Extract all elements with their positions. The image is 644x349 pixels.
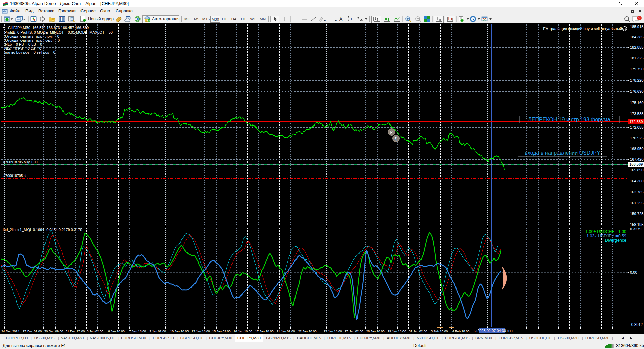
svg-text:1.03÷ USDJPY =0.59: 1.03÷ USDJPY =0.59	[586, 234, 626, 238]
svg-text:1.00÷ USDCHF =1.00: 1.00÷ USDCHF =1.00	[585, 229, 626, 234]
svg-text:4 Feb 18:00: 4 Feb 18:00	[452, 329, 470, 333]
svg-text:3 Feb 10:00: 3 Feb 10:00	[431, 329, 448, 333]
svg-text:22 Jan 10:00: 22 Jan 10:00	[298, 329, 317, 333]
svg-text:172.539: 172.539	[629, 120, 643, 124]
svg-text:165.890: 165.890	[630, 168, 643, 172]
svg-text:T: T	[350, 17, 352, 21]
svg-text:3 Jan 02:00: 3 Jan 02:00	[87, 329, 103, 333]
svg-text:10 Jan 10:00: 10 Jan 10:00	[170, 329, 189, 333]
svg-text:173.585: 173.585	[630, 112, 643, 116]
svg-text:168.950: 168.950	[630, 147, 643, 151]
svg-text:161.255: 161.255	[630, 201, 643, 205]
svg-text:21 Jan 02:00: 21 Jan 02:00	[277, 329, 295, 333]
svg-text:0.00: 0.00	[630, 270, 637, 275]
svg-text:172.055: 172.055	[630, 125, 643, 129]
svg-text:170.525: 170.525	[630, 136, 643, 140]
svg-text:#700918705 sl: #700918705 sl	[3, 173, 26, 178]
svg-text:17 Jan 18:00: 17 Jan 18:00	[255, 329, 274, 333]
svg-text:24 Dec 2024: 24 Dec 2024	[1, 329, 19, 333]
svg-text:29 Jan 18:00: 29 Jan 18:00	[388, 329, 406, 333]
svg-text:-0.3912: -0.3912	[630, 322, 643, 327]
svg-text:Divergence: Divergence	[605, 238, 626, 243]
svg-text:31 Dec 17:00: 31 Dec 17:00	[66, 329, 85, 333]
svg-text:179.750: 179.750	[630, 67, 643, 71]
svg-text:28 Jan 10:00: 28 Jan 10:00	[366, 329, 385, 333]
svg-text:181.325: 181.325	[630, 56, 643, 60]
svg-text:F: F	[335, 19, 337, 22]
svg-text:Отсюда_считать_трал_селл = 0: Отсюда_считать_трал_селл = 0	[5, 38, 60, 42]
svg-text:ЕА тральщик позиций buy и sell: ЕА тральщик позиций buy и sell актуальны…	[543, 27, 622, 31]
svg-text:166.569: 166.569	[629, 162, 643, 166]
svg-text:184.385: 184.385	[630, 35, 643, 39]
svg-text:2025.02.07 04:30: 2025.02.07 04:30	[477, 329, 506, 333]
svg-text:175.160: 175.160	[630, 101, 643, 105]
svg-text:Ind_2line+1_MQL 0.1694 -0.0484: Ind_2line+1_MQL 0.1694 -0.0484 0.2179 0.…	[3, 228, 82, 232]
svg-text:0.3279: 0.3279	[630, 227, 641, 231]
svg-text:31 Jan 02:00: 31 Jan 02:00	[409, 329, 427, 333]
svg-text:#700918705 buy 1.00: #700918705 buy 1.00	[3, 160, 38, 164]
svg-text:0:00: 0:00	[506, 329, 513, 333]
svg-text:23 Jan 18:00: 23 Jan 18:00	[324, 329, 342, 333]
svg-text:15 Jan 02:00: 15 Jan 02:00	[212, 329, 231, 333]
svg-text:185.915: 185.915	[630, 24, 643, 29]
svg-text:6 Jan 10:00: 6 Jan 10:00	[108, 329, 125, 333]
svg-text:кол-во buy pos = 0 sell pos =: кол-во buy pos = 0 sell pos = 0	[4, 50, 55, 54]
svg-text:167.420: 167.420	[630, 157, 643, 161]
svg-text:164.360: 164.360	[630, 179, 643, 183]
svg-text:176.690: 176.690	[630, 89, 643, 93]
svg-text:13 Jan 18:00: 13 Jan 18:00	[192, 329, 210, 333]
svg-text:ProfitB: 0 ProfitS: 0 MODE_MIN: ProfitB: 0 ProfitS: 0 MODE_MINLOT = 0.01…	[4, 30, 113, 34]
svg-text:9 Jan 02:00: 9 Jan 02:00	[149, 329, 166, 333]
svg-text:7 Jan 18:00: 7 Jan 18:00	[129, 329, 146, 333]
svg-text:CHFJPY,M30 166.572 166.673 16: CHFJPY,M30 166.572 166.673 166.457 166.5…	[8, 26, 89, 30]
svg-text:162.785: 162.785	[630, 190, 643, 194]
svg-text:NLb = 0 PB = 0 LB = 0: NLb = 0 PB = 0 LB = 0	[5, 42, 42, 46]
svg-text:E: E	[324, 19, 326, 22]
svg-text:182.855: 182.855	[630, 45, 643, 49]
svg-text:30 Dec 09:00: 30 Dec 09:00	[44, 329, 63, 333]
svg-text:входа в направлении USDJPY: входа в направлении USDJPY	[525, 150, 600, 156]
svg-text:27 Jan 02:00: 27 Jan 02:00	[345, 329, 363, 333]
svg-text:ЛЕПРЕКОН 19 и стр 193 форума: ЛЕПРЕКОН 19 и стр 193 форума	[528, 117, 610, 122]
svg-text:159.725: 159.725	[630, 212, 643, 216]
svg-text:5: 5	[638, 16, 640, 20]
svg-text:Отсюда_считать_трал_лонг = 0: Отсюда_считать_трал_лонг = 0	[5, 34, 59, 38]
svg-text:178.220: 178.220	[630, 78, 643, 82]
svg-text:27 Dec 01:00: 27 Dec 01:00	[23, 329, 42, 333]
svg-text:16 Jan 10:00: 16 Jan 10:00	[234, 329, 252, 333]
svg-text:NLs = 0 PS = 0 LS = 0: NLs = 0 PS = 0 LS = 0	[4, 46, 41, 50]
